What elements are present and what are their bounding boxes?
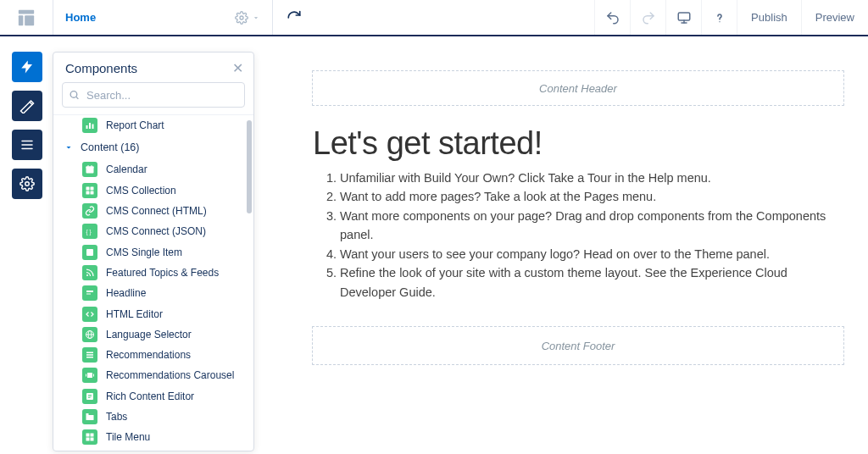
component-label: Tabs — [106, 411, 127, 423]
svg-rect-28 — [86, 291, 93, 292]
tile-icon — [82, 429, 97, 445]
component-label: CMS Single Item — [106, 246, 182, 258]
svg-rect-0 — [19, 9, 34, 14]
rich-text-list: Unfamiliar with Build Your Own? Click Ta… — [313, 169, 843, 302]
device-preview-button[interactable] — [665, 0, 701, 35]
svg-rect-26 — [86, 249, 93, 256]
component-label: Featured Topics & Feeds — [106, 267, 219, 279]
svg-point-3 — [240, 16, 243, 19]
preview-button[interactable]: Preview — [801, 0, 868, 35]
svg-rect-16 — [92, 125, 94, 130]
chevron-down-icon — [64, 142, 74, 152]
gear-icon[interactable] — [235, 11, 248, 25]
component-label: Calendar — [106, 163, 147, 175]
refresh-button[interactable] — [273, 0, 315, 35]
content-footer-region[interactable]: Content Footer — [312, 326, 844, 365]
rich-text-heading: Let's get started! — [313, 125, 843, 162]
carousel-icon — [82, 368, 97, 383]
svg-rect-4 — [678, 13, 690, 20]
svg-text:{ }: { } — [86, 229, 92, 235]
list-item: Want to add more pages? Take a look at t… — [340, 187, 843, 206]
svg-rect-35 — [86, 357, 93, 358]
component-item-recommendations-carousel[interactable]: Recommendations Carousel — [53, 365, 253, 385]
left-rail — [0, 36, 42, 454]
component-item-language-selector[interactable]: Language Selector — [53, 324, 253, 345]
svg-rect-42 — [86, 434, 90, 437]
component-item-cms-single-item[interactable]: CMS Single Item — [53, 241, 253, 262]
svg-rect-33 — [86, 352, 93, 354]
svg-line-13 — [76, 97, 78, 99]
svg-point-12 — [70, 91, 77, 98]
component-label: Headline — [106, 287, 146, 299]
section-label: Content (16) — [81, 141, 139, 153]
chevron-down-icon[interactable] — [252, 14, 260, 22]
list-item: Want your users to see your company logo… — [340, 245, 843, 263]
rail-theme-button[interactable] — [12, 91, 42, 121]
component-item-tabs[interactable]: Tabs — [53, 407, 253, 427]
rail-page-structure-button[interactable] — [12, 130, 42, 160]
close-icon[interactable]: ✕ — [232, 62, 243, 75]
component-label: Recommendations — [106, 349, 191, 361]
html-icon — [82, 307, 97, 322]
component-item-headline[interactable]: Headline — [53, 283, 253, 303]
svg-rect-43 — [91, 434, 94, 437]
rich-icon — [82, 389, 97, 404]
component-label: Recommendations Carousel — [106, 369, 234, 381]
component-label: Language Selector — [106, 329, 192, 340]
component-label: CMS Collection — [106, 185, 176, 197]
svg-point-27 — [86, 274, 88, 276]
search-icon — [69, 90, 80, 101]
svg-point-7 — [719, 21, 720, 22]
panel-section-content[interactable]: Content (16) — [53, 136, 253, 159]
components-search-input[interactable] — [62, 82, 245, 108]
tabs-icon — [82, 409, 97, 424]
content-body-region[interactable]: Let's get started! Unfamiliar with Build… — [312, 125, 844, 311]
link-icon — [82, 203, 97, 219]
svg-rect-21 — [86, 186, 90, 190]
panel-title: Components — [65, 61, 137, 75]
svg-rect-18 — [86, 167, 94, 169]
lang-icon — [82, 327, 97, 342]
redo-button — [630, 0, 665, 35]
component-item-report-chart[interactable]: Report Chart — [53, 115, 253, 136]
list-item: Want more components on your page? Drag … — [340, 207, 843, 245]
list-item: Unfamiliar with Build Your Own? Click Ta… — [340, 169, 843, 187]
headline-icon — [82, 285, 97, 301]
rail-components-button[interactable] — [12, 52, 42, 82]
page-selector-label: Home — [65, 11, 96, 24]
svg-rect-38 — [93, 374, 94, 377]
json-icon: { } — [82, 224, 97, 239]
component-item-recommendations[interactable]: Recommendations — [53, 345, 253, 365]
panel-scrollbar[interactable] — [247, 120, 252, 213]
component-item-cms-connect-json-[interactable]: { }CMS Connect (JSON) — [53, 221, 253, 241]
rail-settings-button[interactable] — [12, 169, 42, 199]
page-canvas: Content Header Let's get started! Unfami… — [297, 36, 868, 454]
list-item: Refine the look of your site with a cust… — [340, 263, 843, 302]
component-item-cms-collection[interactable]: CMS Collection — [53, 180, 253, 201]
publish-button[interactable]: Publish — [737, 0, 801, 35]
component-item-featured-topics-feeds[interactable]: Featured Topics & Feeds — [53, 263, 253, 283]
svg-rect-23 — [86, 191, 90, 194]
component-item-rich-content-editor[interactable]: Rich Content Editor — [53, 386, 253, 407]
svg-rect-40 — [86, 415, 94, 420]
component-label: Report Chart — [106, 119, 164, 131]
component-item-cms-connect-html-[interactable]: CMS Connect (HTML) — [53, 201, 253, 221]
svg-rect-29 — [86, 294, 91, 295]
components-panel: Components ✕ Report ChartContent (16)Cal… — [53, 52, 254, 451]
component-item-unanswered-questions[interactable]: Unanswered Questions — [53, 447, 253, 451]
calendar-icon — [82, 162, 97, 177]
undo-button[interactable] — [594, 0, 630, 35]
help-button[interactable] — [701, 0, 737, 35]
chart-icon — [82, 118, 97, 133]
svg-rect-2 — [25, 15, 34, 25]
component-item-calendar[interactable]: Calendar — [53, 159, 253, 180]
content-header-region[interactable]: Content Header — [312, 70, 844, 106]
page-selector[interactable]: Home — [53, 0, 273, 35]
svg-rect-44 — [86, 438, 90, 441]
svg-rect-45 — [91, 438, 94, 441]
svg-rect-36 — [87, 373, 92, 378]
component-label: Rich Content Editor — [106, 390, 194, 402]
component-item-tile-menu[interactable]: Tile Menu — [53, 427, 253, 447]
component-label: CMS Connect (HTML) — [106, 205, 207, 217]
component-item-html-editor[interactable]: HTML Editor — [53, 303, 253, 324]
